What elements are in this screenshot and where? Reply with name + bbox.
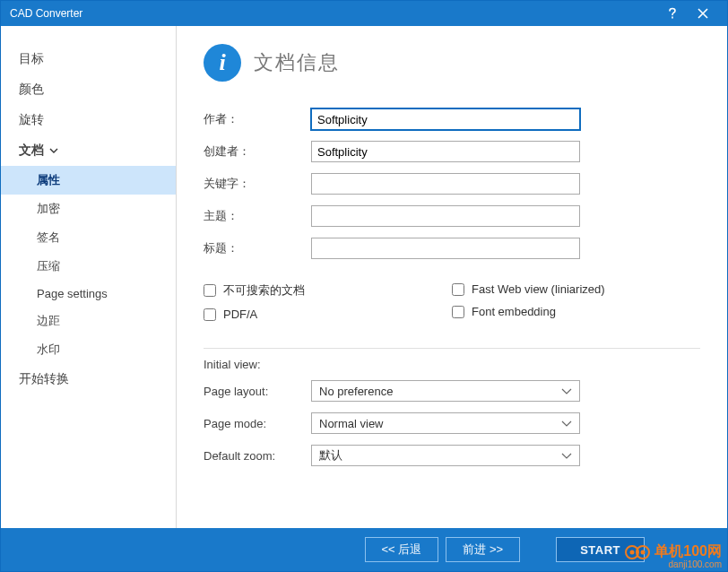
section-header: i 文档信息 — [204, 44, 700, 82]
sidebar-item-page-settings[interactable]: Page settings — [1, 281, 176, 307]
sidebar-item-label: 边距 — [37, 314, 60, 327]
forward-button[interactable]: 前进 >> — [446, 537, 520, 562]
page-layout-value: No preference — [319, 385, 393, 398]
default-zoom-label: Default zoom: — [204, 449, 311, 463]
sidebar-item-watermark[interactable]: 水印 — [1, 335, 176, 364]
chevron-down-icon — [561, 453, 572, 459]
author-label: 作者： — [204, 111, 311, 127]
page-mode-select[interactable]: Normal view — [311, 412, 580, 434]
sidebar-item-margins[interactable]: 边距 — [1, 307, 176, 335]
chevron-down-icon — [561, 420, 572, 427]
page-mode-label: Page mode: — [204, 417, 311, 430]
default-zoom-select[interactable]: 默认 — [311, 445, 580, 466]
creator-input[interactable] — [311, 141, 580, 162]
chevron-down-icon — [49, 148, 58, 153]
sidebar-item-label: 压缩 — [37, 259, 60, 273]
subject-input[interactable] — [311, 205, 580, 227]
fontembed-checkbox[interactable] — [452, 306, 464, 318]
chevron-down-icon — [561, 388, 572, 394]
sidebar-item-document[interactable]: 文档 — [1, 135, 176, 166]
sidebar-item-properties[interactable]: 属性 — [1, 166, 176, 195]
window-title: CAD Converter — [10, 7, 657, 20]
keywords-input[interactable] — [311, 173, 580, 195]
sidebar-item-label: 开始转换 — [19, 371, 69, 387]
sidebar: 目标 颜色 旋转 文档 属性 加密 签名 压缩 Page settings — [1, 26, 177, 528]
creator-label: 创建者： — [204, 143, 311, 160]
sidebar-item-label: 属性 — [37, 173, 60, 186]
sidebar-item-color[interactable]: 颜色 — [1, 74, 176, 105]
footer-bar: << 后退 前进 >> START 取消 — [1, 528, 727, 571]
author-input[interactable] — [311, 108, 580, 130]
sidebar-item-label: 旋转 — [19, 112, 44, 128]
fontembed-label: Font embedding — [472, 305, 556, 318]
sidebar-item-encrypt[interactable]: 加密 — [1, 195, 176, 223]
sidebar-item-start-convert[interactable]: 开始转换 — [1, 364, 176, 394]
sidebar-item-label: 文档 — [19, 143, 44, 159]
sidebar-item-label: 签名 — [37, 230, 60, 244]
sidebar-item-compress[interactable]: 压缩 — [1, 252, 176, 281]
sidebar-item-label: 加密 — [37, 202, 60, 215]
default-zoom-value: 默认 — [319, 447, 342, 464]
info-icon: i — [204, 44, 241, 82]
pdfa-checkbox[interactable] — [204, 308, 216, 321]
fastweb-label: Fast Web view (liniarized) — [472, 282, 605, 296]
nonsearchable-label: 不可搜索的文档 — [223, 282, 305, 299]
sidebar-item-label: 颜色 — [19, 82, 44, 98]
sidebar-item-label: 水印 — [37, 342, 60, 356]
content-pane: i 文档信息 作者： 创建者： 关键字： 主题： 标题： 不 — [177, 26, 727, 528]
help-button[interactable] — [657, 1, 688, 26]
pdfa-label: PDF/A — [223, 308, 257, 321]
title-input[interactable] — [311, 238, 580, 259]
page-layout-label: Page layout: — [204, 385, 311, 398]
sidebar-item-target[interactable]: 目标 — [1, 44, 176, 74]
title-bar: CAD Converter — [1, 1, 727, 26]
sidebar-item-label: 目标 — [19, 51, 44, 67]
page-layout-select[interactable]: No preference — [311, 380, 580, 402]
sidebar-item-sign[interactable]: 签名 — [1, 223, 176, 252]
main-area: 目标 颜色 旋转 文档 属性 加密 签名 压缩 Page settings — [1, 26, 727, 528]
close-button[interactable] — [688, 1, 718, 26]
back-button[interactable]: << 后退 — [365, 537, 439, 562]
start-button[interactable]: START — [556, 537, 645, 562]
sidebar-item-label: Page settings — [37, 287, 108, 300]
keywords-label: 关键字： — [204, 176, 311, 192]
sidebar-item-rotate[interactable]: 旋转 — [1, 105, 176, 135]
initial-view-label: Initial view: — [204, 358, 700, 371]
section-title: 文档信息 — [254, 49, 340, 76]
fastweb-checkbox[interactable] — [452, 283, 464, 296]
subject-label: 主题： — [204, 208, 311, 224]
title-label: 标题： — [204, 240, 311, 256]
page-mode-value: Normal view — [319, 417, 384, 430]
nonsearchable-checkbox[interactable] — [204, 284, 216, 297]
